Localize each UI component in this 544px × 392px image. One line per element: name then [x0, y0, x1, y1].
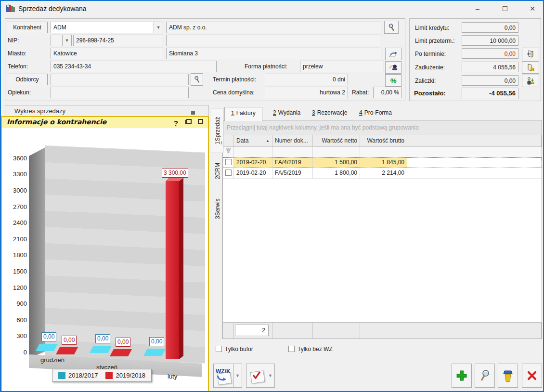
tylko-bufor-checkbox[interactable]: Tylko bufor — [216, 346, 253, 353]
header-data[interactable]: Data ▲ — [234, 135, 272, 147]
header-numer[interactable]: Numer dok... — [272, 135, 313, 147]
sprzedaz-dedykowana-window: Sprzedaż dedykowana – ☐ ✕ Kontrahent ADM… — [0, 0, 544, 392]
kontrahent-button[interactable]: Kontrahent — [7, 22, 48, 33]
y-axis-tick: 0 — [7, 349, 27, 356]
termin-platnosci-field[interactable]: 0 dni — [265, 74, 348, 85]
preliminarz-button[interactable] — [522, 48, 539, 60]
grid-header-row: Data ▲ Numer dok... Wartość netto Wartoś… — [223, 135, 542, 147]
informacje-titlebar[interactable]: Informacje o kontrahencie ? — [2, 117, 208, 129]
miasto-field[interactable]: Katowice — [51, 48, 163, 59]
header-brutto[interactable]: Wartość brutto — [360, 135, 407, 147]
odbiorcy-field[interactable] — [51, 74, 189, 85]
grid-filter-row[interactable] — [223, 147, 542, 157]
wzk-button[interactable]: WZ/K — [213, 364, 233, 388]
send-button[interactable] — [385, 48, 402, 60]
titlebar: Sprzedaż dedykowana – ☐ ✕ — [1, 1, 543, 16]
row-checkbox[interactable] — [225, 159, 232, 165]
zaliczki-button[interactable] — [522, 75, 539, 87]
termin-platnosci-label: Termin płatności: — [213, 74, 256, 85]
blue-arrow-icon — [217, 375, 227, 382]
delete-button[interactable] — [498, 364, 518, 388]
header-filler — [407, 135, 542, 147]
checkbox-icon[interactable] — [288, 346, 295, 352]
restore-window-icon[interactable] — [185, 119, 192, 126]
cell-netto: 1 800,00 — [313, 168, 360, 179]
maximize-window-icon[interactable] — [198, 119, 203, 126]
discount-button[interactable]: % — [385, 74, 402, 87]
telefon-field[interactable]: 035 234-43-34 — [51, 61, 217, 72]
bar-zero — [56, 347, 78, 354]
tab-faktury[interactable]: 1Faktury — [224, 107, 262, 121]
help-icon[interactable]: ? — [174, 119, 178, 127]
wzk-dropdown[interactable]: ▼ — [233, 364, 242, 388]
y-axis-tick: 2100 — [7, 235, 27, 243]
vtab-serwis[interactable]: 3Serwis — [211, 191, 223, 227]
nip-prefix-combo[interactable]: ▼ — [51, 35, 72, 46]
pin-icon[interactable] — [191, 111, 195, 115]
kontrahent-name-field[interactable]: ADM sp. z o.o. — [166, 22, 381, 33]
y-axis-tick: 900 — [7, 300, 27, 307]
magnifier-icon — [387, 23, 396, 32]
header-netto[interactable]: Wartość netto — [313, 135, 360, 147]
faktury-grid: Przeciągnij tutaj nagłówek kolumny, jeśl… — [222, 120, 542, 339]
view-button[interactable] — [475, 364, 495, 388]
close-form-button[interactable] — [522, 364, 542, 388]
history-button[interactable] — [385, 61, 402, 74]
forma-platnosci-label: Forma płatności: — [245, 61, 287, 72]
bar-zero — [90, 346, 112, 353]
rabat-field[interactable]: 0,00 % — [373, 87, 402, 98]
checkbox-icon[interactable] — [216, 346, 222, 352]
tab-wydania[interactable]: 2Wydania — [267, 107, 307, 119]
pozostalo-label: Pozostało: — [414, 88, 446, 99]
magnifier-icon — [479, 369, 491, 382]
odbiorcy-lookup-button[interactable] — [191, 73, 203, 86]
odbiorcy-button[interactable]: Odbiorcy — [7, 74, 48, 85]
cena-domyslna-field[interactable]: hurtowa 2 — [265, 87, 348, 98]
y-axis-tick: 2400 — [7, 219, 27, 226]
forma-platnosci-field[interactable]: przelew — [300, 61, 384, 72]
filter-funnel-icon[interactable] — [226, 148, 231, 154]
group-by-bar[interactable]: Przeciągnij tutaj nagłówek kolumny, jeśl… — [223, 120, 542, 136]
limit-kredytu-field: 0,00 — [462, 22, 518, 33]
tylko-bez-wz-checkbox[interactable]: Tylko bez WZ — [288, 346, 333, 353]
tab-pro-forma[interactable]: 4Pro-Forma — [353, 107, 398, 119]
nip-field[interactable]: 296-898-74-25 — [73, 35, 163, 46]
zaliczki-label: Zaliczki: — [415, 75, 436, 87]
bar-value-label: 0,00 — [116, 338, 130, 347]
legend-item: 2019/2018 — [105, 372, 145, 379]
vtab-sprzedaz[interactable]: 1Sprzedaż — [211, 108, 223, 153]
approve-button[interactable] — [246, 364, 266, 388]
row-count: 2 — [235, 325, 269, 336]
telefon-label: Telefon: — [8, 61, 28, 72]
chevron-down-icon[interactable]: ▼ — [154, 22, 163, 33]
cell-brutto: 1 845,00 — [360, 157, 407, 168]
opiekun-label: Opiekun: — [8, 87, 31, 98]
plus-icon — [455, 369, 468, 382]
zaliczki-field: 0,00 — [462, 75, 518, 86]
bar-3d — [166, 181, 179, 359]
platnosci-button[interactable] — [522, 61, 539, 74]
legend-item: 2018/2017 — [58, 372, 98, 379]
tab-rezerwacje[interactable]: 3Rezerwacje — [306, 107, 353, 119]
kontrahent-code-combo[interactable]: ADM ▼ — [51, 22, 163, 33]
app-icon — [6, 4, 15, 13]
row-checkbox[interactable] — [225, 170, 232, 176]
minimize-button[interactable]: – — [467, 1, 488, 16]
y-axis-tick: 3600 — [7, 155, 27, 162]
approve-dropdown[interactable]: ▼ — [266, 364, 275, 388]
bar-zero — [110, 349, 132, 356]
maximize-button[interactable]: ☐ — [495, 1, 515, 16]
vtab-crm[interactable]: 2CRM — [211, 156, 223, 186]
table-row[interactable]: 2019-02-20 FA/5/2019 1 800,00 2 214,00 — [223, 168, 542, 179]
limit-przeterm-label: Limit przeterm.: — [415, 35, 455, 47]
add-button[interactable] — [452, 364, 472, 388]
opiekun-field[interactable] — [51, 87, 189, 98]
kontrahent-lookup-button[interactable] — [384, 21, 399, 34]
kontrahent-name2-field[interactable] — [166, 35, 381, 46]
bar-value-label: 0,00 — [95, 334, 110, 343]
adres-field[interactable]: Słomiana 3 — [166, 48, 381, 59]
bar-zero — [36, 344, 58, 351]
table-row[interactable]: 2019-02-20 FA/4/2019 1 500,00 1 845,00 — [223, 157, 542, 168]
close-button[interactable]: ✕ — [522, 1, 543, 16]
miasto-label: Miasto: — [8, 48, 26, 59]
